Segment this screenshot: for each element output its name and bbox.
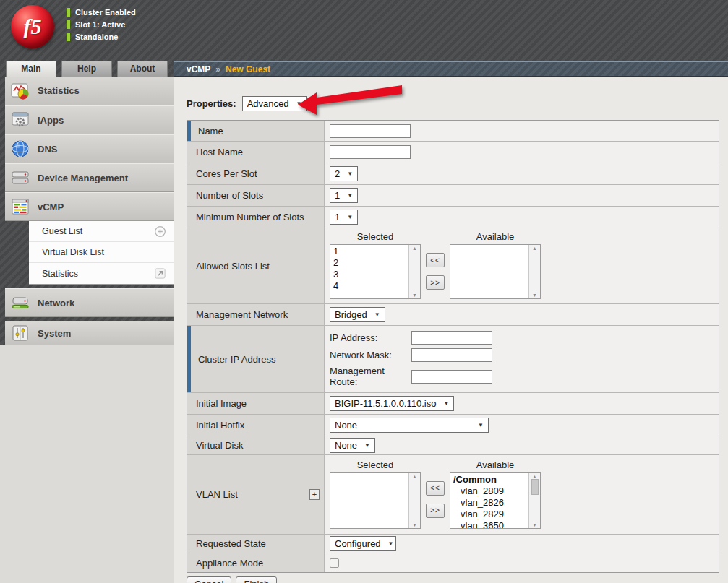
minimum-number-of-slots-dropdown[interactable]: 1 ▼ — [330, 210, 358, 225]
management-network-dropdown[interactable]: Bridged ▼ — [330, 307, 385, 322]
submenu-item-label: Guest List — [42, 226, 82, 236]
allowed-slots-available-listbox[interactable]: ▲ ▼ — [450, 244, 541, 299]
new-guest-form: Name Host Name Cores Per Slot 2 ▼ — [187, 120, 719, 573]
name-input[interactable] — [330, 124, 411, 138]
scroll-down-icon[interactable]: ▼ — [412, 522, 417, 527]
submenu-item-label: Statistics — [42, 269, 78, 279]
cluster-ip-address-label: Cluster IP Address — [187, 326, 325, 392]
move-left-button[interactable]: << — [426, 253, 445, 267]
chevron-down-icon: ▼ — [374, 311, 380, 318]
selected-header: Selected — [357, 459, 394, 470]
submenu-item-statistics[interactable]: Statistics — [29, 263, 174, 284]
ip-address-input[interactable] — [411, 331, 492, 345]
host-name-input[interactable] — [330, 145, 411, 159]
status-green-bar — [67, 33, 70, 41]
list-item[interactable]: 3 — [333, 269, 408, 280]
masthead: f5 Cluster Enabled Slot 1: Active Standa… — [0, 0, 728, 61]
tab-main[interactable]: Main — [6, 61, 56, 77]
sidebar-item-statistics[interactable]: Statistics — [5, 77, 174, 105]
form-row-name: Name — [187, 121, 719, 142]
status-text-slot: Slot 1: Active — [75, 20, 125, 29]
sidebar-item-vcmp[interactable]: vCMP — [5, 192, 174, 221]
sidebar-item-iapps[interactable]: iApps — [5, 105, 174, 134]
external-link-icon[interactable] — [154, 267, 166, 280]
scrollbar[interactable]: ▲ ▼ — [528, 473, 540, 528]
submenu-item-guest-list[interactable]: Guest List — [29, 221, 174, 242]
sidebar-item-dns[interactable]: DNS — [5, 134, 174, 163]
allowed-slots-selected-listbox[interactable]: 1 2 3 4 ▲ ▼ — [330, 244, 421, 299]
number-of-slots-dropdown[interactable]: 1 ▼ — [330, 188, 358, 203]
move-right-button[interactable]: >> — [426, 504, 445, 518]
cores-per-slot-label: Cores Per Slot — [187, 163, 325, 184]
form-row-initial-image: Initial Image BIGIP-11.5.1.0.0.110.iso ▼ — [187, 393, 719, 415]
virtual-disk-dropdown[interactable]: None ▼ — [330, 438, 375, 453]
initial-image-dropdown[interactable]: BIGIP-11.5.1.0.0.110.iso ▼ — [330, 396, 454, 411]
scroll-up-icon[interactable]: ▲ — [412, 474, 417, 479]
status-text-cluster: Cluster Enabled — [75, 8, 136, 17]
breadcrumb-page-title: New Guest — [226, 64, 270, 74]
vlan-selected-listbox[interactable]: ▲ ▼ — [330, 472, 421, 529]
scroll-down-icon[interactable]: ▼ — [412, 293, 417, 298]
sidebar-filler — [0, 345, 174, 583]
network-mask-input[interactable] — [411, 348, 492, 362]
scroll-up-icon[interactable]: ▲ — [412, 246, 417, 251]
f5-logo-text: f5 — [24, 14, 42, 39]
list-item[interactable]: 2 — [333, 257, 408, 269]
form-row-allowed-slots-list: Allowed Slots List Selected 1 2 3 4 — [187, 228, 719, 304]
submenu-item-virtual-disk-list[interactable]: Virtual Disk List — [29, 242, 174, 263]
sidebar-item-device-management[interactable]: Device Management — [5, 163, 174, 192]
f5-logo: f5 — [11, 5, 54, 48]
initial-hotfix-value: None — [335, 420, 357, 431]
red-arrow-annotation — [296, 82, 405, 120]
scrollbar[interactable]: ▲ ▼ — [408, 245, 420, 298]
available-header: Available — [476, 231, 515, 242]
sidebar-item-system[interactable]: System — [5, 321, 174, 345]
add-circle-icon[interactable] — [154, 225, 166, 238]
list-item[interactable]: vlan_3650 — [453, 520, 528, 529]
appliance-mode-checkbox[interactable] — [330, 558, 339, 568]
virtual-disk-value: None — [335, 440, 357, 451]
scroll-up-icon[interactable]: ▲ — [532, 246, 537, 251]
sidebar-item-network[interactable]: Network — [5, 288, 174, 317]
scrollbar[interactable]: ▲ ▼ — [408, 473, 420, 528]
form-row-cores-per-slot: Cores Per Slot 2 ▼ — [187, 163, 719, 185]
list-item[interactable]: vlan_2826 — [453, 497, 528, 509]
status-green-bar — [67, 20, 70, 29]
management-route-input[interactable] — [411, 370, 492, 384]
list-item[interactable]: 1 — [333, 246, 408, 257]
main-content: Properties: Advanced ▼ Name Host N — [174, 77, 728, 583]
chevron-down-icon: ▼ — [388, 540, 394, 547]
breadcrumb-section[interactable]: vCMP — [187, 64, 210, 74]
list-item[interactable]: vlan_2809 — [453, 485, 528, 497]
tab-about[interactable]: About — [117, 61, 168, 77]
move-left-button[interactable]: << — [426, 481, 445, 496]
nav-tabs: Main Help About — [0, 61, 174, 77]
status-line: Slot 1: Active — [67, 20, 136, 29]
move-right-button[interactable]: >> — [426, 275, 445, 290]
chevron-down-icon: ▼ — [478, 422, 484, 428]
initial-hotfix-dropdown[interactable]: None ▼ — [330, 418, 489, 433]
form-row-virtual-disk: Virtual Disk None ▼ — [187, 436, 719, 455]
scroll-down-icon[interactable]: ▼ — [532, 522, 537, 527]
requested-state-value: Configured — [335, 538, 381, 549]
cancel-button[interactable]: Cancel — [187, 576, 231, 583]
chevron-down-icon: ▼ — [443, 400, 449, 407]
footer-buttons: Cancel Finish — [187, 576, 719, 583]
list-item[interactable]: /Common — [453, 474, 528, 485]
cores-per-slot-dropdown[interactable]: 2 ▼ — [330, 166, 358, 181]
vlan-available-listbox[interactable]: /Common vlan_2809 vlan_2826 vlan_2829 vl… — [450, 472, 541, 529]
list-item[interactable]: vlan_2829 — [453, 509, 528, 520]
finish-button[interactable]: Finish — [236, 576, 277, 583]
form-row-appliance-mode: Appliance Mode — [187, 553, 719, 572]
scrollbar-thumb[interactable] — [531, 479, 539, 495]
form-row-initial-hotfix: Initial Hotfix None ▼ — [187, 415, 719, 436]
scroll-up-icon[interactable]: ▲ — [532, 474, 537, 479]
sidebar-item-label: DNS — [38, 144, 57, 155]
tab-help[interactable]: Help — [61, 61, 112, 77]
scrollbar[interactable]: ▲ ▼ — [528, 245, 540, 298]
vlan-add-button[interactable]: + — [309, 489, 320, 500]
list-item[interactable]: 4 — [333, 280, 408, 292]
sidebar-item-label: vCMP — [38, 202, 64, 212]
requested-state-dropdown[interactable]: Configured ▼ — [330, 536, 396, 551]
scroll-down-icon[interactable]: ▼ — [532, 293, 537, 298]
